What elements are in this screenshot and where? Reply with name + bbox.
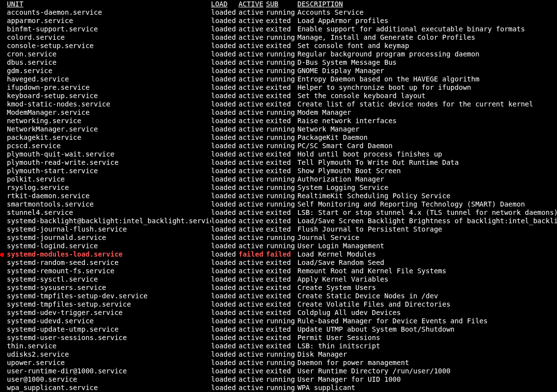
sub-state: exited [266, 100, 297, 108]
sub-state: exited [266, 309, 297, 317]
bullet-spacer [0, 267, 7, 275]
load-state: loaded [211, 225, 239, 234]
bullet-spacer [0, 275, 7, 284]
load-state: loaded [211, 17, 239, 25]
unit-name: kmod-static-nodes.service [7, 100, 211, 108]
unit-name: NetworkManager.service [7, 125, 211, 133]
description-text: RealtimeKit Scheduling Policy Service [297, 192, 557, 200]
bullet-spacer [0, 33, 7, 42]
description-text: Load/Save Random Seed [297, 259, 557, 267]
load-state: loaded [211, 342, 239, 350]
load-state: loaded [211, 83, 239, 92]
description-text: System Logging Service [297, 183, 557, 192]
description-text: User Runtime Directory /run/user/1000 [297, 367, 557, 375]
sub-state: exited [266, 217, 297, 225]
load-state: loaded [211, 75, 239, 83]
active-state: active [239, 217, 266, 225]
sub-state: exited [266, 17, 297, 25]
service-row: systemd-udev-trigger.serviceloadedactive… [0, 309, 557, 317]
header-description: DESCRIPTION [297, 0, 557, 8]
description-text: Create Static Device Nodes in /dev [297, 292, 557, 300]
bullet-spacer [0, 100, 7, 108]
sub-state: exited [266, 325, 297, 334]
service-row: kmod-static-nodes.serviceloadedactiveexi… [0, 100, 557, 108]
active-state: active [239, 334, 266, 342]
unit-name: pcscd.service [7, 142, 211, 150]
bullet-spacer [0, 200, 7, 209]
load-state: loaded [211, 50, 239, 58]
sub-state: running [266, 8, 297, 17]
sub-state: running [266, 192, 297, 200]
active-state: active [239, 50, 266, 58]
description-text: Disk Manager [297, 350, 557, 359]
active-state: active [239, 33, 266, 42]
active-state: active [239, 8, 266, 17]
load-state: loaded [211, 33, 239, 42]
service-row: smartmontools.serviceloadedactiverunning… [0, 200, 557, 209]
active-state: active [239, 292, 266, 300]
unit-name: plymouth-quit-wait.service [7, 150, 211, 158]
active-state: active [239, 75, 266, 83]
description-text: Manage, Install and Generate Color Profi… [297, 33, 557, 42]
bullet-spacer [0, 8, 7, 17]
bullet-spacer [0, 125, 7, 133]
sub-state: running [266, 175, 297, 183]
active-state: active [239, 325, 266, 334]
bullet-spacer [0, 92, 7, 100]
service-row: udisks2.serviceloadedactiverunningDisk M… [0, 350, 557, 359]
load-state: loaded [211, 359, 239, 367]
systemctl-output[interactable]: UNIT LOAD ACTIVE SUB DESCRIPTION account… [0, 0, 557, 392]
description-text: Remount Root and Kernel File Systems [297, 267, 557, 275]
sub-state: exited [266, 275, 297, 284]
description-text: Flush Journal to Persistent Storage [297, 225, 557, 234]
unit-name: systemd-user-sessions.service [7, 334, 211, 342]
service-row: systemd-journald.serviceloadedactiverunn… [0, 234, 557, 242]
bullet-spacer [0, 350, 7, 359]
load-state: loaded [211, 275, 239, 284]
unit-name: systemd-sysusers.service [7, 284, 211, 292]
sub-state: exited [266, 284, 297, 292]
description-text: WPA supplicant [297, 384, 557, 392]
sub-state: exited [266, 292, 297, 300]
unit-name: systemd-sysctl.service [7, 275, 211, 284]
service-row: upower.serviceloadedactiverunningDaemon … [0, 359, 557, 367]
active-state: active [239, 67, 266, 75]
unit-name: systemd-modules-load.service [7, 250, 211, 259]
active-state: active [239, 225, 266, 234]
sub-state: running [266, 133, 297, 142]
active-state: active [239, 25, 266, 33]
unit-name: dbus.service [7, 58, 211, 67]
bullet-spacer [0, 217, 7, 225]
service-row: cron.serviceloadedactiverunningRegular b… [0, 50, 557, 58]
unit-name: upower.service [7, 359, 211, 367]
active-state: active [239, 58, 266, 67]
bullet-spacer [0, 342, 7, 350]
bullet-spacer [0, 75, 7, 83]
active-state: active [239, 42, 266, 50]
bullet-spacer [0, 367, 7, 375]
bullet-spacer [0, 167, 7, 175]
description-text: Create Volatile Files and Directories [297, 300, 557, 309]
unit-name: udisks2.service [7, 350, 211, 359]
service-row: systemd-random-seed.serviceloadedactivee… [0, 259, 557, 267]
load-state: loaded [211, 300, 239, 309]
active-state: active [239, 150, 266, 158]
load-state: loaded [211, 350, 239, 359]
description-text: Apply Kernel Variables [297, 275, 557, 284]
bullet-spacer [0, 108, 7, 117]
service-row: packagekit.serviceloadedactiverunningPac… [0, 133, 557, 142]
bullet-spacer [0, 325, 7, 334]
load-state: loaded [211, 367, 239, 375]
sub-state: exited [266, 158, 297, 167]
description-text: PackageKit Daemon [297, 133, 557, 142]
sub-state: exited [266, 209, 297, 217]
service-row: ●systemd-modules-load.serviceloadedfaile… [0, 250, 557, 259]
active-state: active [239, 209, 266, 217]
unit-name: systemd-remount-fs.service [7, 267, 211, 275]
sub-state: running [266, 234, 297, 242]
load-state: loaded [211, 117, 239, 125]
load-state: loaded [211, 150, 239, 158]
service-row: dbus.serviceloadedactiverunningD-Bus Sys… [0, 58, 557, 67]
sub-state: exited [266, 117, 297, 125]
load-state: loaded [211, 325, 239, 334]
